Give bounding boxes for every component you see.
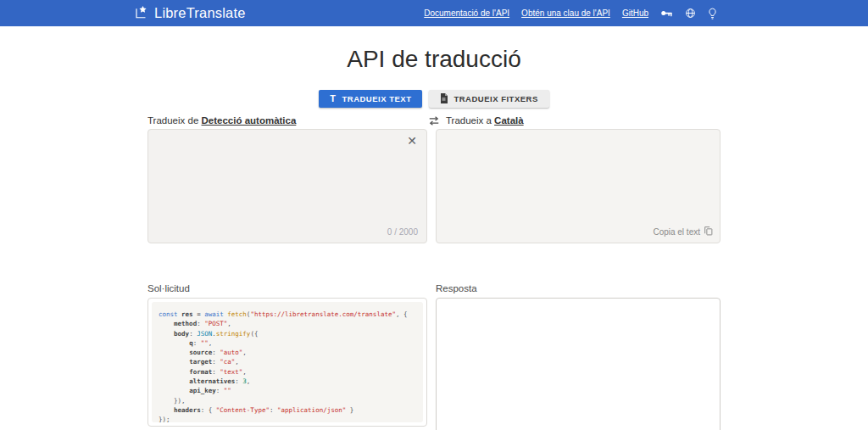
mode-tabs: T TRADUEIX TEXT TRADUEIX FITXERS (0, 90, 868, 108)
api-key-icon[interactable] (660, 8, 673, 19)
target-language-value[interactable]: Català (494, 115, 524, 126)
response-panel (436, 298, 721, 430)
navbar-links: Documentació de l'API Obtén una clau de … (424, 8, 717, 20)
source-language-selector[interactable]: Tradueix de Detecció automàtica (147, 115, 296, 126)
source-language-label: Tradueix de (147, 115, 198, 126)
clear-input-icon[interactable]: ✕ (407, 135, 417, 147)
file-icon (440, 93, 448, 105)
navbar: LibreTranslate Documentació de l'API Obt… (0, 0, 868, 26)
char-counter: 0 / 2000 (387, 227, 418, 237)
request-code[interactable]: const res = await fetch("https://libretr… (152, 302, 423, 422)
source-language-value[interactable]: Detecció automàtica (202, 115, 297, 126)
language-globe-icon[interactable] (685, 8, 696, 19)
translation-boxes-row: ✕ 0 / 2000 Copia el text (147, 129, 721, 243)
request-code-panel: const res = await fetch("https://libretr… (147, 298, 427, 427)
source-text-input[interactable] (148, 130, 426, 243)
brand-name: LibreTranslate (154, 5, 246, 21)
libretranslate-page: LibreTranslate Documentació de l'API Obt… (0, 0, 868, 430)
target-language-label: Tradueix a (446, 115, 492, 126)
translator-section: Tradueix de Detecció automàtica Tradueix… (147, 114, 721, 430)
target-language-selector[interactable]: Tradueix a Català (446, 115, 524, 126)
tab-translate-text-label: TRADUEIX TEXT (342, 94, 411, 103)
response-label: Resposta (436, 283, 477, 298)
request-label: Sol·licitud (147, 283, 436, 298)
tab-translate-files-label: TRADUEIX FITXERS (453, 94, 537, 103)
dark-mode-lightbulb-icon[interactable] (708, 8, 717, 20)
libretranslate-logo-icon (134, 4, 149, 23)
tab-translate-text[interactable]: T TRADUEIX TEXT (319, 90, 422, 108)
language-selector-row: Tradueix de Detecció automàtica Tradueix… (147, 114, 721, 129)
api-labels-row: Sol·licitud Resposta (147, 283, 721, 298)
nav-link-api-key[interactable]: Obtén una clau de l'API (521, 8, 610, 18)
copy-text-label: Copia el text (653, 227, 700, 237)
brand[interactable]: LibreTranslate (134, 4, 246, 23)
nav-link-github[interactable]: GitHub (622, 8, 648, 18)
copy-text-button[interactable]: Copia el text (653, 226, 713, 237)
navbar-inner: LibreTranslate Documentació de l'API Obt… (134, 0, 717, 26)
api-panels-row: const res = await fetch("https://libretr… (147, 298, 721, 430)
text-icon: T (330, 94, 336, 103)
source-text-box: ✕ 0 / 2000 (147, 129, 427, 243)
swap-languages-icon[interactable] (428, 115, 440, 128)
copy-icon (704, 226, 713, 237)
tab-translate-files[interactable]: TRADUEIX FITXERS (429, 90, 548, 108)
page-title: API de traducció (0, 45, 868, 73)
nav-link-api-docs[interactable]: Documentació de l'API (424, 8, 509, 18)
translated-text-box: Copia el text (436, 129, 721, 243)
